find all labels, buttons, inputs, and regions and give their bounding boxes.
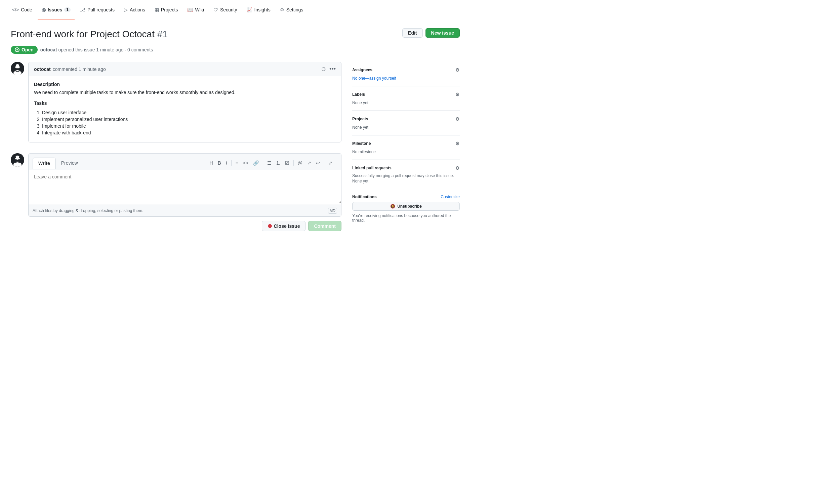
reply-wrapper: Write Preview H B I ≡ <> 🔗: [28, 153, 341, 231]
nav-issues[interactable]: ◎ Issues 1: [38, 0, 75, 20]
emoji-reaction-button[interactable]: ☺: [321, 66, 327, 73]
svg-point-8: [15, 157, 16, 158]
labels-value: None yet: [352, 100, 368, 105]
tasks-heading: Tasks: [34, 100, 336, 106]
header-buttons: Edit New issue: [402, 28, 460, 38]
notifications-section: Notifications Customize 🔕 Unsubscribe Yo…: [352, 189, 460, 228]
nav-code-label: Code: [21, 7, 32, 12]
reference-button[interactable]: ↗: [305, 159, 313, 167]
link-button[interactable]: 🔗: [251, 159, 261, 167]
assignees-gear-button[interactable]: ⚙: [455, 67, 460, 73]
ordered-list-button[interactable]: 1.: [274, 159, 282, 167]
nav-pull-requests[interactable]: ⎇ Pull requests: [76, 0, 119, 20]
svg-point-9: [19, 157, 20, 158]
bold-button[interactable]: B: [216, 159, 223, 167]
svg-point-3: [15, 65, 16, 67]
toolbar-separator-4: [324, 160, 324, 166]
nav-code[interactable]: </> Code: [8, 0, 36, 20]
preview-tab[interactable]: Preview: [56, 158, 83, 169]
toolbar-separator-3: [293, 160, 294, 166]
fullscreen-button[interactable]: ⤢: [326, 159, 334, 167]
main-content: Front-end work for Project Octocat #1 Ed…: [0, 20, 471, 239]
description-heading: Description: [34, 82, 336, 87]
assignees-header: Assignees ⚙: [352, 67, 460, 73]
reply-button[interactable]: ↩: [314, 159, 322, 167]
customize-link[interactable]: Customize: [441, 195, 460, 199]
nav-insights-label: Insights: [254, 7, 270, 12]
assignees-section: Assignees ⚙ No one—assign yourself: [352, 62, 460, 86]
comment-header: octocat commented 1 minute ago ☺ •••: [29, 62, 341, 76]
action-buttons: ⊗ Close issue Comment: [28, 221, 341, 231]
reply-footer: Attach files by dragging & dropping, sel…: [29, 205, 341, 216]
quote-button[interactable]: ≡: [234, 159, 240, 167]
milestone-gear-button[interactable]: ⚙: [455, 141, 460, 146]
comment-author-name: octocat: [34, 67, 51, 72]
projects-title: Projects: [352, 117, 368, 121]
labels-gear-button[interactable]: ⚙: [455, 92, 460, 97]
write-tab[interactable]: Write: [33, 158, 56, 169]
labels-header: Labels ⚙: [352, 92, 460, 97]
list-item: Design user interface: [42, 110, 336, 115]
task-list-button[interactable]: ☑: [283, 159, 291, 167]
nav-actions-label: Actions: [130, 7, 145, 12]
projects-header: Projects ⚙: [352, 116, 460, 122]
description-text: We need to complete multiple tasks to ma…: [34, 90, 336, 95]
assignees-title: Assignees: [352, 68, 372, 72]
reply-avatar: [11, 153, 24, 167]
list-item: Integrate with back-end: [42, 130, 336, 135]
new-issue-button[interactable]: New issue: [425, 28, 460, 38]
reply-tabs-left: Write Preview: [33, 158, 83, 169]
unsubscribe-button[interactable]: 🔕 Unsubscribe: [352, 202, 460, 211]
labels-title: Labels: [352, 92, 365, 97]
assignees-value[interactable]: No one—assign yourself: [352, 76, 396, 81]
sidebar-column: Assignees ⚙ No one—assign yourself Label…: [352, 62, 460, 231]
italic-button[interactable]: I: [224, 159, 229, 167]
unordered-list-button[interactable]: ☰: [265, 159, 274, 167]
nav-wiki-label: Wiki: [195, 7, 204, 12]
comment-action-time: commented 1 minute ago: [53, 67, 106, 72]
author-name: octocat: [40, 47, 57, 52]
markdown-badge: MD: [328, 208, 337, 214]
nav-wiki[interactable]: 📖 Wiki: [183, 0, 208, 20]
nav-actions[interactable]: ▷ Actions: [120, 0, 149, 20]
status-row: Open octocat opened this issue 1 minute …: [11, 46, 460, 54]
comment-body: Description We need to complete multiple…: [29, 76, 341, 142]
nav-projects[interactable]: ▦ Projects: [151, 0, 182, 20]
linked-pr-description: Successfully merging a pull request may …: [352, 173, 460, 178]
toolbar-separator-1: [231, 160, 232, 166]
linked-pr-gear-button[interactable]: ⚙: [455, 165, 460, 171]
content-area: octocat commented 1 minute ago ☺ •••: [11, 62, 460, 231]
issue-author: octocat opened this issue 1 minute ago ·…: [40, 47, 153, 52]
issue-title: Front-end work for Project Octocat #1: [11, 28, 168, 40]
settings-icon: ⚙: [280, 7, 284, 12]
nav-security[interactable]: 🛡 Security: [209, 0, 241, 20]
attach-text: Attach files by dragging & dropping, sel…: [33, 208, 144, 213]
reply-section: Write Preview H B I ≡ <> 🔗: [11, 153, 341, 231]
close-issue-button[interactable]: ⊗ Close issue: [262, 221, 306, 231]
nav-settings[interactable]: ⚙ Settings: [276, 0, 308, 20]
more-actions-button[interactable]: •••: [329, 66, 336, 73]
reply-card: Write Preview H B I ≡ <> 🔗: [28, 153, 341, 217]
code-button[interactable]: <>: [241, 159, 250, 167]
notifications-note: You're receiving notifications because y…: [352, 213, 460, 223]
bell-off-icon: 🔕: [390, 204, 395, 209]
projects-gear-button[interactable]: ⚙: [455, 116, 460, 122]
tasks-list: Design user interface Implement personal…: [34, 110, 336, 135]
comment-button[interactable]: Comment: [308, 221, 341, 231]
markdown-icon: MD: [328, 208, 337, 214]
top-navigation: </> Code ◎ Issues 1 ⎇ Pull requests ▷ Ac…: [0, 0, 814, 20]
status-badge: Open: [11, 46, 38, 54]
wiki-icon: 📖: [187, 7, 193, 12]
nav-insights[interactable]: 📈 Insights: [242, 0, 274, 20]
nav-settings-label: Settings: [286, 7, 303, 12]
labels-section: Labels ⚙ None yet: [352, 86, 460, 111]
comment-textarea[interactable]: [29, 170, 341, 204]
projects-section: Projects ⚙ None yet: [352, 111, 460, 135]
nav-projects-label: Projects: [161, 7, 178, 12]
list-item: Implement personalized user interactions: [42, 117, 336, 122]
notifications-title: Notifications: [352, 195, 377, 199]
mention-button[interactable]: @: [296, 159, 304, 167]
milestone-section: Milestone ⚙ No milestone: [352, 135, 460, 160]
edit-button[interactable]: Edit: [402, 28, 422, 38]
heading-button[interactable]: H: [207, 159, 215, 167]
